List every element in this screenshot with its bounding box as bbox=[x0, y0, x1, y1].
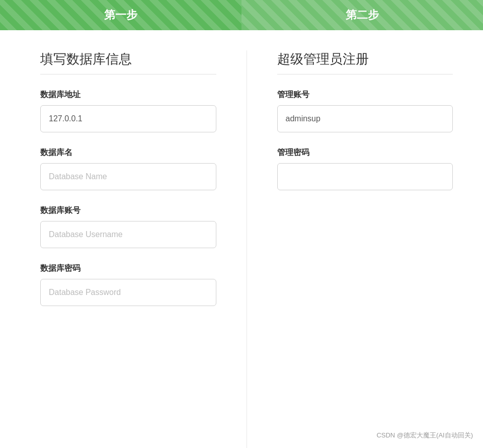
admin-account-group: 管理账号 bbox=[277, 90, 453, 132]
db-password-input[interactable] bbox=[40, 279, 216, 306]
db-password-label: 数据库密码 bbox=[40, 263, 216, 274]
db-username-input[interactable] bbox=[40, 221, 216, 248]
main-content: 填写数据库信息 数据库地址 数据库名 数据库账号 数据库密码 超级管理员注册 管… bbox=[0, 30, 483, 448]
admin-section-title: 超级管理员注册 bbox=[277, 50, 453, 74]
step1-label: 第一步 bbox=[104, 8, 137, 23]
admin-account-label: 管理账号 bbox=[277, 90, 453, 100]
db-section-title: 填写数据库信息 bbox=[40, 50, 216, 74]
steps-header: 第一步 第二步 bbox=[0, 0, 483, 30]
step2-label: 第二步 bbox=[346, 8, 379, 23]
step1-tab[interactable]: 第一步 bbox=[0, 0, 242, 30]
admin-account-input[interactable] bbox=[277, 105, 453, 132]
db-address-group: 数据库地址 bbox=[40, 90, 216, 132]
db-name-label: 数据库名 bbox=[40, 147, 216, 158]
step2-tab[interactable]: 第二步 bbox=[242, 0, 483, 30]
db-address-input[interactable] bbox=[40, 105, 216, 132]
admin-password-group: 管理密码 bbox=[277, 147, 453, 190]
footer-watermark: CSDN @德宏大魔王(AI自动回关) bbox=[376, 431, 473, 440]
admin-password-input[interactable] bbox=[277, 163, 453, 190]
admin-password-label: 管理密码 bbox=[277, 147, 453, 158]
db-name-group: 数据库名 bbox=[40, 147, 216, 190]
db-username-group: 数据库账号 bbox=[40, 205, 216, 248]
right-column: 超级管理员注册 管理账号 管理密码 bbox=[247, 50, 484, 448]
left-column: 填写数据库信息 数据库地址 数据库名 数据库账号 数据库密码 bbox=[0, 50, 247, 448]
db-username-label: 数据库账号 bbox=[40, 205, 216, 216]
db-password-group: 数据库密码 bbox=[40, 263, 216, 306]
db-address-label: 数据库地址 bbox=[40, 90, 216, 100]
db-name-input[interactable] bbox=[40, 163, 216, 190]
